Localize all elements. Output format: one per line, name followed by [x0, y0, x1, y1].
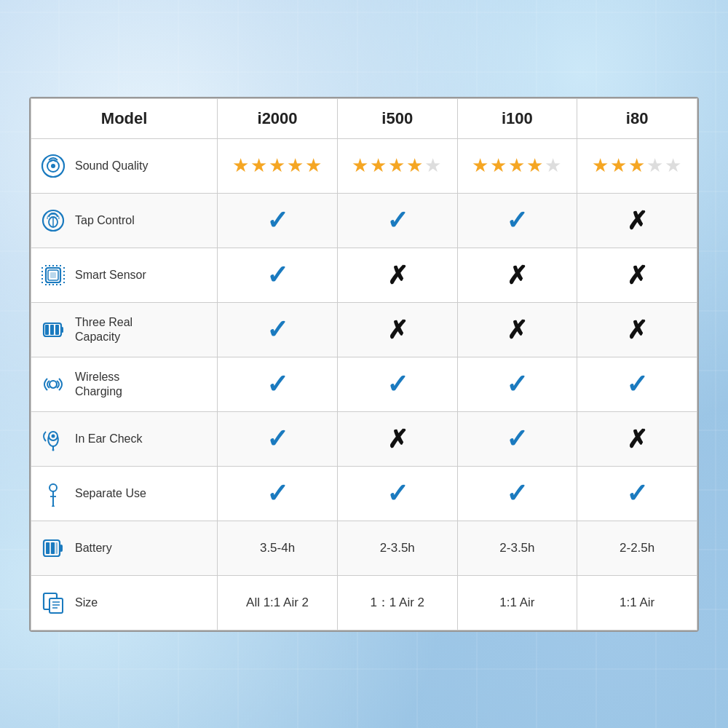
cross-mark: ✗: [627, 425, 647, 453]
check-mark: ✓: [266, 478, 288, 508]
i100-cell-3: ✗: [457, 302, 577, 357]
wireless-charging-icon: [39, 370, 68, 399]
i80-cell-7: 2-2.5h: [577, 521, 697, 575]
check-mark: ✓: [387, 478, 408, 508]
stars-4: ★★★★★: [352, 154, 443, 176]
i500-cell-1: ✓: [337, 193, 457, 248]
table-row: Size All 1:1 Air 2 1：1 Air 2 1:1 Air 1:1…: [31, 575, 697, 630]
check-mark: ✓: [506, 424, 528, 454]
i80-cell-2: ✗: [577, 248, 697, 302]
svg-rect-32: [50, 325, 54, 335]
svg-rect-33: [55, 325, 59, 335]
feature-cell-6: Separate Use: [31, 466, 218, 521]
svg-point-38: [52, 448, 55, 451]
feature-label-6: Separate Use: [75, 486, 146, 500]
feature-label-5: In Ear Check: [75, 432, 142, 446]
table-row: Separate Use ✓ ✓ ✓ ✓: [31, 466, 697, 521]
table-row: WirelessCharging ✓ ✓ ✓ ✓: [31, 357, 697, 411]
svg-point-39: [50, 484, 57, 491]
feature-cell-2: Smart Sensor: [31, 248, 218, 302]
svg-rect-30: [61, 327, 63, 333]
check-mark: ✓: [266, 424, 288, 454]
i2000-cell-7: 3.5-4h: [218, 521, 338, 575]
table-row: Smart Sensor ✓ ✗ ✗ ✗: [31, 248, 697, 302]
i2000-cell-8: All 1:1 Air 2: [218, 575, 338, 630]
check-mark: ✓: [266, 369, 288, 399]
feature-cell-3: Three RealCapacity: [31, 302, 218, 357]
i100-cell-0: ★★★★★: [457, 138, 577, 193]
i2000-cell-0: ★★★★★: [218, 138, 338, 193]
svg-point-41: [52, 505, 55, 507]
table-row: Sound Quality ★★★★★ ★★★★★ ★★★★★ ★★★★★: [31, 138, 697, 193]
table-body: Sound Quality ★★★★★ ★★★★★ ★★★★★ ★★★★★ Ta…: [31, 138, 697, 630]
i80-cell-0: ★★★★★: [577, 138, 697, 193]
i100-cell-6: ✓: [457, 466, 577, 521]
feature-label-3: Three RealCapacity: [75, 315, 132, 343]
value-text: 2-3.5h: [380, 541, 415, 555]
stars-4: ★★★★★: [472, 154, 563, 176]
svg-rect-48: [56, 542, 58, 554]
i2000-cell-4: ✓: [218, 357, 338, 411]
svg-point-36: [52, 434, 55, 438]
header-i500: i500: [337, 98, 457, 138]
i100-cell-5: ✓: [457, 411, 577, 466]
separate-use-icon: [39, 479, 68, 508]
feature-label-2: Smart Sensor: [75, 268, 146, 282]
value-text: 2-2.5h: [620, 541, 654, 555]
check-mark: ✓: [626, 478, 648, 508]
i2000-cell-5: ✓: [218, 411, 338, 466]
i80-cell-6: ✓: [577, 466, 697, 521]
feature-cell-0: Sound Quality: [31, 138, 218, 193]
cross-mark: ✗: [507, 316, 527, 344]
i500-cell-4: ✓: [337, 357, 457, 411]
i100-cell-8: 1:1 Air: [457, 575, 577, 630]
value-text: 1：1 Air 2: [370, 596, 424, 609]
svg-rect-47: [51, 542, 55, 554]
i100-cell-2: ✗: [457, 248, 577, 302]
value-text: 1:1 Air: [499, 596, 534, 609]
value-text: 1:1 Air: [620, 596, 654, 609]
battery2-icon: [39, 534, 68, 563]
i80-cell-5: ✗: [577, 411, 697, 466]
smart-sensor-icon: [39, 261, 68, 290]
i80-cell-1: ✗: [577, 193, 697, 248]
i80-cell-4: ✓: [577, 357, 697, 411]
feature-cell-5: In Ear Check: [31, 411, 218, 466]
cross-mark: ✗: [627, 207, 647, 234]
i80-cell-3: ✗: [577, 302, 697, 357]
size-icon: [39, 588, 68, 617]
comparison-table-container: Model i2000 i500 i100 i80 Sound Quality …: [29, 97, 699, 632]
header-i2000: i2000: [218, 98, 338, 138]
i2000-cell-6: ✓: [218, 466, 338, 521]
feature-cell-1: Tap Control: [31, 193, 218, 248]
svg-rect-44: [60, 545, 63, 552]
feature-label-0: Sound Quality: [75, 159, 149, 173]
i100-cell-7: 2-3.5h: [457, 521, 577, 575]
i2000-cell-3: ✓: [218, 302, 338, 357]
feature-label-8: Size: [75, 596, 98, 609]
battery-icon: [39, 315, 68, 344]
value-text: All 1:1 Air 2: [246, 596, 309, 609]
check-mark: ✓: [387, 369, 408, 399]
cross-mark: ✗: [627, 316, 647, 344]
table-row: Three RealCapacity ✓ ✗ ✗ ✗: [31, 302, 697, 357]
i500-cell-6: ✓: [337, 466, 457, 521]
check-mark: ✓: [506, 478, 528, 508]
i500-cell-3: ✗: [337, 302, 457, 357]
check-mark: ✓: [266, 205, 288, 235]
cross-mark: ✗: [387, 425, 408, 453]
svg-rect-50: [50, 598, 63, 613]
feature-cell-8: Size: [31, 575, 218, 630]
i80-cell-8: 1:1 Air: [577, 575, 697, 630]
comparison-table: Model i2000 i500 i100 i80 Sound Quality …: [31, 98, 697, 630]
table-row: Battery 3.5-4h 2-3.5h 2-3.5h 2-2.5h: [31, 521, 697, 575]
header-i80: i80: [577, 98, 697, 138]
cross-mark: ✗: [507, 261, 527, 289]
check-mark: ✓: [266, 260, 288, 290]
svg-rect-46: [46, 542, 50, 554]
cross-mark: ✗: [387, 261, 408, 289]
header-model: Model: [31, 98, 218, 138]
i2000-cell-2: ✓: [218, 248, 338, 302]
stars-5: ★★★★★: [232, 154, 323, 176]
cross-mark: ✗: [627, 261, 647, 289]
